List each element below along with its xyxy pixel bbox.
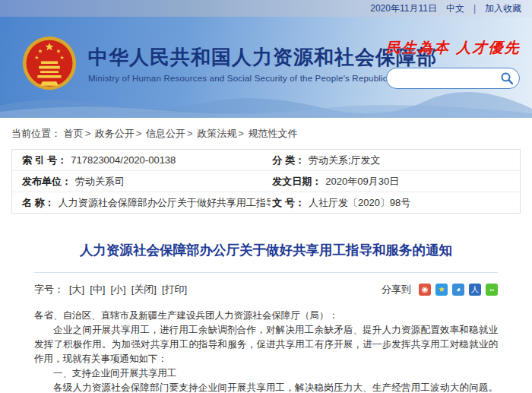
slogan-calligraphy: 民生為本 人才優先 <box>386 38 520 58</box>
breadcrumb-separator: > <box>85 128 91 139</box>
meta-value: 人力资源社会保障部办公厅关于做好共享用工指导和服务的通知 <box>59 196 271 210</box>
search-box <box>386 68 520 89</box>
current-date: 2020年11月11日 <box>370 2 437 15</box>
breadcrumb-separator: > <box>136 128 142 139</box>
search-input[interactable] <box>396 70 517 87</box>
breadcrumb-item-normative-docs[interactable]: 规范性文件 <box>249 128 298 139</box>
breadcrumb-label: 当前位置： <box>11 128 61 139</box>
meta-value: 人社厅发〔2020〕98号 <box>309 196 410 210</box>
meta-category: 分 类： 劳动关系;厅发文 <box>271 154 520 167</box>
meta-label: 发文日期： <box>272 175 321 189</box>
breadcrumb-separator: > <box>238 128 244 139</box>
breadcrumb: 当前位置： 首页> 政务公开> 信息公开> 政策法规> 规范性文件 <box>0 118 532 145</box>
close-button[interactable]: [关闭] <box>131 283 157 296</box>
renren-icon[interactable]: 人 <box>469 284 481 296</box>
topbar-divider: | <box>473 3 476 14</box>
breadcrumb-separator: > <box>187 128 193 139</box>
section-one-paragraph: 各级人力资源社会保障部门要支持企业间开展共享用工，解决稳岗压力大、生产经营用工波… <box>34 381 498 393</box>
meta-value: 劳动关系;厅发文 <box>309 154 381 167</box>
meta-index-number: 索 引 号： 717823004/2020-00138 <box>12 154 271 167</box>
meta-value: 717823004/2020-00138 <box>71 154 176 166</box>
ministry-brand[interactable]: 中华人民共和国人力资源和社会保障部 Ministry of Human Reso… <box>21 35 437 94</box>
intro-paragraph: 企业之间开展共享用工，进行用工余缺调剂合作，对解决用工余缺矛盾、提升人力资源配置… <box>34 323 498 366</box>
sina-weibo-icon[interactable]: ◉ <box>419 284 431 296</box>
meta-issue-date: 发文日期： 2020年09月30日 <box>271 175 520 189</box>
salutation-paragraph: 各省、自治区、直辖市及新疆生产建设兵团人力资源社会保障厅（局）： <box>34 309 498 323</box>
meta-doc-number: 文 号： 人社厅发〔2020〕98号 <box>271 196 520 210</box>
ministry-title-cn: 中华人民共和国人力资源和社会保障部 <box>88 46 437 68</box>
section-one-heading: 一、支持企业间开展共享用工 <box>34 366 498 381</box>
title-divider <box>34 272 498 273</box>
page: 2020年11月11日 中文 | 加入收藏 <box>0 0 532 393</box>
font-size-large-button[interactable]: [大] <box>69 283 84 296</box>
tencent-weibo-icon[interactable]: ◕ <box>452 284 464 296</box>
meta-label: 分 类： <box>272 154 305 167</box>
page-title: 人力资源社会保障部办公厅关于做好共享用工指导和服务的通知 <box>34 241 498 259</box>
search-icon[interactable] <box>500 71 514 85</box>
share-label: 分享到 <box>382 283 411 296</box>
meta-value: 2020年09月30日 <box>325 175 399 189</box>
banner-right: 民生為本 人才優先 <box>386 38 520 89</box>
font-size-label: 字号： <box>34 283 64 296</box>
meta-label: 发布单位： <box>22 175 71 189</box>
font-size-medium-button[interactable]: [中] <box>90 283 105 296</box>
breadcrumb-item-home[interactable]: 首页 <box>64 128 84 139</box>
breadcrumb-item-gov-affairs[interactable]: 政务公开 <box>95 128 135 139</box>
site-banner: 中华人民共和国人力资源和社会保障部 Ministry of Human Reso… <box>0 17 532 118</box>
meta-label: 名 称： <box>22 196 55 210</box>
china-national-emblem-icon <box>21 35 78 94</box>
meta-doc-name: 名 称： 人力资源社会保障部办公厅关于做好共享用工指导和服务的通知 <box>12 196 271 210</box>
print-button[interactable]: [打印] <box>162 283 187 296</box>
meta-issuing-unit: 发布单位： 劳动关系司 <box>12 175 271 189</box>
table-row: 发布单位： 劳动关系司 发文日期： 2020年09月30日 <box>12 171 520 192</box>
font-size-controls: 字号： [大] [中] [小] [关闭] [打印] <box>34 283 187 296</box>
ministry-title-en: Ministry of Human Resources and Social S… <box>88 74 437 83</box>
article-controls: 字号： [大] [中] [小] [关闭] [打印] 分享到 ◉ ★ ◕ 人 ●● <box>34 283 498 296</box>
meta-value: 劳动关系司 <box>75 175 125 189</box>
add-favorite-link[interactable]: 加入收藏 <box>485 2 521 15</box>
top-utility-bar: 2020年11月11日 中文 | 加入收藏 <box>0 0 532 17</box>
meta-label: 文 号： <box>272 196 305 210</box>
wechat-icon[interactable]: ●● <box>486 284 498 296</box>
language-link[interactable]: 中文 <box>446 2 464 15</box>
font-size-small-button[interactable]: [小] <box>110 283 125 296</box>
breadcrumb-item-info-disclosure[interactable]: 信息公开 <box>146 128 185 139</box>
article-body: 各省、自治区、直辖市及新疆生产建设兵团人力资源社会保障厅（局）： 企业之间开展共… <box>34 309 498 393</box>
breadcrumb-item-policies[interactable]: 政策法规 <box>197 128 236 139</box>
ministry-titles: 中华人民共和国人力资源和社会保障部 Ministry of Human Reso… <box>88 46 437 83</box>
document-meta-table: 索 引 号： 717823004/2020-00138 分 类： 劳动关系;厅发… <box>11 149 521 214</box>
mountain-silhouette <box>0 92 532 118</box>
share-bar: 分享到 ◉ ★ ◕ 人 ●● <box>382 283 498 296</box>
article: 人力资源社会保障部办公厅关于做好共享用工指导和服务的通知 字号： [大] [中]… <box>0 241 532 393</box>
table-row: 名 称： 人力资源社会保障部办公厅关于做好共享用工指导和服务的通知 文 号： 人… <box>12 192 520 213</box>
qzone-icon[interactable]: ★ <box>435 284 448 296</box>
meta-label: 索 引 号： <box>22 154 67 167</box>
table-row: 索 引 号： 717823004/2020-00138 分 类： 劳动关系;厅发… <box>12 150 520 171</box>
